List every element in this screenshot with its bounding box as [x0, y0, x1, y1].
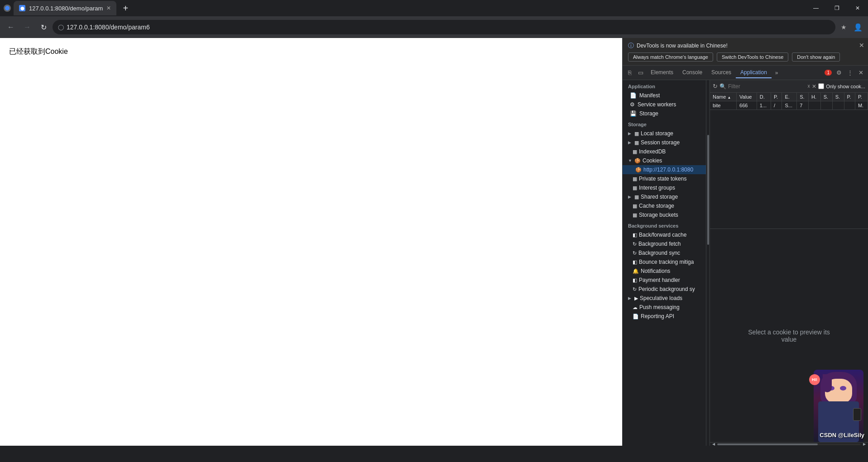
- notification-text: DevTools is now available in Chinese!: [637, 43, 728, 49]
- col-size[interactable]: S.: [797, 93, 809, 101]
- sidebar-item-cookies[interactable]: ▼ 🍪 Cookies: [623, 156, 706, 165]
- col-path[interactable]: P.: [771, 93, 782, 101]
- settings-icon[interactable]: ⚙: [834, 67, 844, 78]
- sidebar-item-payment-handler[interactable]: ◧ Payment handler: [623, 276, 706, 285]
- forward-button[interactable]: →: [20, 20, 34, 34]
- match-language-button[interactable]: Always match Chrome's language: [628, 52, 713, 62]
- address-bar-row: ← → ↻ ◯ ★ 👤: [0, 16, 868, 38]
- sidebar-item-periodic-bg-sync[interactable]: ↻ Periodic background sy: [623, 285, 706, 294]
- devtools-icon-inspect[interactable]: ⎘: [624, 67, 635, 78]
- tab-close-icon[interactable]: ✕: [106, 5, 111, 11]
- bfc-icon: ◧: [633, 232, 637, 238]
- sidebar-item-notifications[interactable]: 🔔 Notifications: [623, 267, 706, 276]
- cookie-filter-bar: ↻ 🔍 ☓ ✕ Only show cook...: [710, 80, 868, 93]
- tab-console[interactable]: Console: [678, 67, 707, 78]
- sidebar-item-reporting-api[interactable]: 📄 Reporting API: [623, 312, 706, 321]
- cache-storage-label: Cache storage: [639, 203, 674, 209]
- reporting-api-label: Reporting API: [641, 313, 674, 319]
- reload-button[interactable]: ↻: [36, 20, 51, 34]
- storage-buckets-label: Storage buckets: [639, 212, 678, 218]
- sidebar-scrollbar[interactable]: [706, 80, 710, 446]
- notifications-icon: 🔔: [633, 268, 639, 274]
- shared-storage-label: Shared storage: [641, 194, 678, 200]
- filter-clear-icon[interactable]: ☓: [807, 83, 810, 90]
- tab-sources[interactable]: Sources: [707, 67, 736, 78]
- profile-icon[interactable]: 👤: [852, 21, 864, 33]
- sidebar-item-storage[interactable]: 💾 Storage: [623, 109, 706, 118]
- more-options-icon[interactable]: ⋮: [844, 67, 855, 78]
- devtools-tab-bar: ⎘ ▭ Elements Console Sources Application…: [623, 66, 868, 80]
- title-bar: ⬤ 127.0.0.1:8080/demo/param ✕ + — ❐ ✕: [0, 0, 868, 16]
- service-workers-label: Service workers: [638, 101, 700, 108]
- new-tab-button[interactable]: +: [119, 2, 132, 14]
- sidebar-item-background-fetch[interactable]: ↻ Background fetch: [623, 239, 706, 248]
- bookmark-icon[interactable]: ★: [837, 21, 850, 33]
- col-priority[interactable]: P.: [844, 93, 855, 101]
- tab-application[interactable]: Application: [736, 67, 772, 78]
- interest-groups-label: Interest groups: [639, 185, 675, 191]
- sidebar-item-local-storage[interactable]: ▶ ▦ Local storage: [623, 129, 706, 138]
- sidebar-item-indexeddb[interactable]: ▦ IndexedDB: [623, 147, 706, 156]
- error-badge: 1: [825, 70, 832, 76]
- sidebar-item-cache-storage[interactable]: ▦ Cache storage: [623, 201, 706, 210]
- bg-fetch-label: Background fetch: [638, 241, 681, 247]
- only-show-checkbox[interactable]: [818, 83, 824, 89]
- devtools-icon-device[interactable]: ▭: [635, 67, 646, 78]
- filter-icon: 🔍: [719, 83, 726, 90]
- h-scroll-right-arrow[interactable]: ▶: [861, 443, 868, 446]
- sidebar-item-service-workers[interactable]: ⚙ Service workers: [623, 100, 706, 109]
- sidebar-item-storage-buckets[interactable]: ▦ Storage buckets: [623, 210, 706, 219]
- col-name[interactable]: Name ▲: [710, 93, 737, 101]
- filter-input[interactable]: [728, 83, 806, 90]
- col-samesite[interactable]: S.: [832, 93, 844, 101]
- sidebar-item-bounce-tracking[interactable]: ◧ Bounce tracking mitiga: [623, 257, 706, 267]
- page-text: 已经获取到Cookie: [9, 48, 68, 55]
- devtools-body: Application 📄 Manifest ⚙ Service workers…: [623, 80, 868, 446]
- sidebar-item-manifest[interactable]: 📄 Manifest: [623, 91, 706, 100]
- sidebar-item-shared-storage[interactable]: ▶ ▦ Shared storage: [623, 192, 706, 201]
- sidebar-item-cookie-origin[interactable]: 🍪 http://127.0.0.1:8080: [623, 165, 706, 174]
- h-scroll-left-arrow[interactable]: ◀: [710, 443, 717, 446]
- avatar-overlay: HI!: [809, 361, 868, 442]
- sidebar-item-interest-groups[interactable]: ▦ Interest groups: [623, 183, 706, 192]
- close-button[interactable]: ✕: [847, 0, 868, 16]
- bg-sync-icon: ↻: [633, 250, 637, 256]
- local-storage-icon: ▦: [634, 131, 639, 137]
- payment-handler-label: Payment handler: [639, 277, 680, 283]
- maximize-button[interactable]: ❐: [826, 0, 847, 16]
- horizontal-scrollbar[interactable]: ◀ ▶: [710, 442, 868, 446]
- h-scroll-thumb: [717, 443, 818, 445]
- sidebar-item-push-messaging[interactable]: ☁ Push messaging: [623, 303, 706, 312]
- back-button[interactable]: ←: [4, 20, 18, 34]
- sidebar-item-back-forward-cache[interactable]: ◧ Back/forward cache: [623, 230, 706, 239]
- active-tab[interactable]: ⬤ 127.0.0.1:8080/demo/param ✕: [14, 1, 116, 15]
- filter-separator-icon[interactable]: ✕: [812, 83, 816, 90]
- col-value[interactable]: Value: [737, 93, 757, 101]
- speculative-loads-label: Speculative loads: [640, 295, 682, 301]
- devtools-close-icon[interactable]: ✕: [855, 67, 866, 78]
- tab-elements[interactable]: Elements: [646, 67, 678, 78]
- main-area: 已经获取到Cookie ⓘ DevTools is now available …: [0, 38, 868, 446]
- minimize-button[interactable]: —: [806, 0, 826, 16]
- address-input[interactable]: [67, 24, 830, 31]
- sidebar-item-private-state-tokens[interactable]: ▦ Private state tokens: [623, 174, 706, 183]
- sidebar-item-speculative-loads[interactable]: ▶ ▶ Speculative loads: [623, 294, 706, 303]
- dont-show-button[interactable]: Don't show again: [792, 52, 840, 62]
- storage-buckets-icon: ▦: [633, 212, 637, 218]
- col-httponly[interactable]: H.: [809, 93, 821, 101]
- refresh-icon[interactable]: ↻: [713, 83, 718, 90]
- pst-icon: ▦: [633, 176, 637, 182]
- col-secure[interactable]: S.: [820, 93, 832, 101]
- switch-chinese-button[interactable]: Switch DevTools to Chinese: [717, 52, 788, 62]
- reporting-api-icon: 📄: [633, 314, 639, 319]
- sidebar-item-session-storage[interactable]: ▶ ▦ Session storage: [623, 138, 706, 147]
- table-row[interactable]: bite 666 1... / S... 7: [710, 101, 868, 110]
- col-expires[interactable]: E.: [782, 93, 797, 101]
- tab-more[interactable]: »: [772, 68, 782, 78]
- h-scroll-track[interactable]: [717, 443, 861, 445]
- notification-close-icon[interactable]: ✕: [859, 42, 864, 49]
- col-partitioned[interactable]: P.: [855, 93, 868, 101]
- col-domain[interactable]: D.: [757, 93, 771, 101]
- cell-httponly: [809, 101, 821, 110]
- sidebar-item-background-sync[interactable]: ↻ Background sync: [623, 248, 706, 257]
